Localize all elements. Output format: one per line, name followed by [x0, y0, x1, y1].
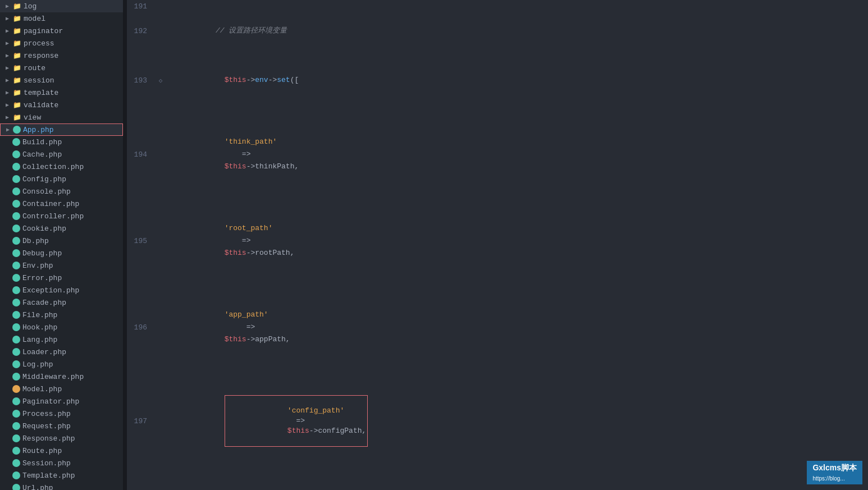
code-editor: 191 192 // 设置路径环境变量 193 ◇ $this->env->se…	[127, 0, 868, 490]
folder-label: log	[24, 2, 36, 11]
sidebar-item-console-php[interactable]: Console.php	[0, 185, 123, 198]
sidebar-item-process-php[interactable]: Process.php	[0, 407, 123, 420]
watermark-url: https://blog...	[812, 475, 844, 482]
sidebar-item-log-php[interactable]: Log.php	[0, 358, 123, 370]
sidebar-item-config-php[interactable]: Config.php	[0, 173, 123, 185]
arrow-icon	[3, 15, 11, 22]
folder-label: process	[24, 39, 54, 48]
empty-arrow	[3, 249, 11, 257]
line-code: 'root_path' => $this->rootPath,	[166, 198, 868, 284]
php-file-icon	[12, 262, 20, 269]
sidebar-item-build-php[interactable]: Build.php	[0, 136, 123, 148]
sidebar-item-log[interactable]: log	[0, 0, 123, 12]
php-file-icon	[12, 422, 20, 430]
sidebar-item-lang-php[interactable]: Lang.php	[0, 333, 123, 346]
sidebar-item-session-php[interactable]: Session.php	[0, 457, 123, 469]
sidebar-item-template[interactable]: template	[0, 86, 123, 99]
sidebar-item-db-php[interactable]: Db.php	[0, 235, 123, 247]
comment-token: // 设置路径环境变量	[216, 26, 287, 35]
folder-icon	[12, 113, 21, 122]
file-label: Process.php	[22, 410, 71, 418]
sidebar-item-paginator-php[interactable]: Paginator.php	[0, 395, 123, 407]
code-line-194: 194 'think_path' => $this->thinkPath,	[127, 111, 868, 198]
php-file-icon	[12, 237, 20, 245]
gutter	[155, 472, 166, 490]
sidebar-item-request-php[interactable]: Request.php	[0, 420, 123, 432]
file-label: Env.php	[22, 262, 53, 270]
gutter	[155, 370, 166, 472]
file-label: Request.php	[22, 422, 71, 431]
line-code: 'route_path' => $this->routePath,	[166, 472, 868, 490]
sidebar-item-validate[interactable]: validate	[0, 99, 123, 111]
sidebar-item-collection-php[interactable]: Collection.php	[0, 161, 123, 173]
line-number: 198	[127, 472, 155, 490]
sidebar-item-hook-php[interactable]: Hook.php	[0, 321, 123, 333]
gutter: ◇	[155, 49, 166, 111]
file-label: Controller.php	[22, 212, 84, 221]
line-number: 193	[127, 49, 155, 111]
sidebar-item-model-php[interactable]: Model.php	[0, 383, 123, 395]
php-file-icon	[12, 484, 20, 490]
sidebar-item-cache-php[interactable]: Cache.php	[0, 148, 123, 161]
sidebar-item-process[interactable]: process	[0, 37, 123, 49]
php-file-icon	[12, 225, 20, 232]
file-label: Db.php	[22, 237, 49, 245]
file-label: Paginator.php	[22, 397, 79, 406]
sidebar-item-exception-php[interactable]: Exception.php	[0, 284, 123, 296]
folder-icon	[12, 2, 21, 11]
arrow-icon	[3, 52, 11, 59]
sidebar-item-view[interactable]: view	[0, 111, 123, 123]
sidebar-item-session[interactable]: session	[0, 74, 123, 86]
sidebar-item-cookie-php[interactable]: Cookie.php	[0, 222, 123, 235]
sidebar-item-template-php[interactable]: Template.php	[0, 469, 123, 482]
sidebar-item-container-php[interactable]: Container.php	[0, 198, 123, 210]
sidebar-item-app-php[interactable]: App.php	[0, 123, 123, 136]
php-file-icon-orange	[12, 385, 20, 393]
file-label: File.php	[22, 311, 57, 319]
file-label: Middleware.php	[22, 373, 84, 381]
code-line-196: 196 'app_path' => $this->appPath,	[127, 284, 868, 370]
sidebar-item-route[interactable]: route	[0, 62, 123, 74]
empty-arrow	[3, 397, 11, 405]
file-label: Session.php	[22, 459, 71, 468]
file-label: Template.php	[22, 471, 75, 480]
empty-arrow	[3, 225, 11, 232]
file-label: Hook.php	[22, 323, 57, 332]
php-file-icon	[12, 311, 20, 319]
sidebar-item-debug-php[interactable]: Debug.php	[0, 247, 123, 259]
empty-arrow	[3, 434, 11, 442]
sidebar-item-loader-php[interactable]: Loader.php	[0, 346, 123, 358]
folder-icon	[12, 26, 21, 35]
line-code: 'think_path' => $this->thinkPath,	[166, 111, 868, 198]
gutter	[155, 198, 166, 284]
sidebar-item-env-php[interactable]: Env.php	[0, 259, 123, 272]
php-file-icon	[12, 249, 20, 257]
sidebar-item-url-php[interactable]: Url.php	[0, 482, 123, 490]
sidebar-item-paginator[interactable]: paginator	[0, 25, 123, 37]
code-line-195: 195 'root_path' => $this->rootPath,	[127, 198, 868, 284]
code-line-191: 191	[127, 0, 868, 12]
empty-arrow	[3, 311, 11, 319]
empty-arrow	[3, 459, 11, 467]
code-line-193: 193 ◇ $this->env->set([	[127, 49, 868, 111]
sidebar-item-response-php[interactable]: Response.php	[0, 432, 123, 445]
arrow-icon	[3, 89, 11, 97]
sidebar-item-file-php[interactable]: File.php	[0, 309, 123, 321]
empty-arrow	[3, 360, 11, 368]
php-file-icon	[12, 447, 20, 455]
empty-arrow	[3, 262, 11, 269]
folder-label: response	[24, 52, 58, 60]
sidebar-item-route-php[interactable]: Route.php	[0, 445, 123, 457]
sidebar-item-controller-php[interactable]: Controller.php	[0, 210, 123, 222]
php-file-icon	[12, 286, 20, 294]
folder-icon	[12, 51, 21, 60]
sidebar-item-facade-php[interactable]: Facade.php	[0, 296, 123, 309]
sidebar-item-middleware-php[interactable]: Middleware.php	[0, 370, 123, 383]
empty-arrow	[3, 286, 11, 294]
empty-arrow	[3, 163, 11, 171]
php-file-icon	[12, 299, 20, 306]
sidebar-item-model[interactable]: model	[0, 12, 123, 25]
sidebar-item-error-php[interactable]: Error.php	[0, 272, 123, 284]
sidebar-item-response[interactable]: response	[0, 49, 123, 62]
line-number: 197	[127, 370, 155, 472]
